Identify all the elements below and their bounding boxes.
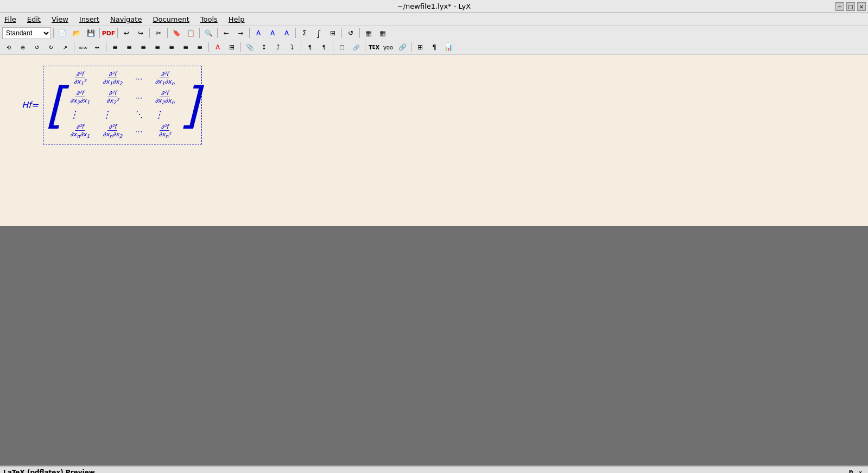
grid1-button[interactable]: ▦ (362, 27, 375, 39)
matrix-cell-r2c4: ∂²f ∂x2∂xn (154, 90, 175, 105)
paste-button[interactable]: 📋 (184, 27, 197, 39)
menu-tools[interactable]: Tools (198, 14, 220, 24)
label2-btn[interactable]: 🔗 (350, 41, 363, 53)
matrix-cell-r4c2: ∂²f ∂xn∂x2 (102, 123, 123, 139)
gray-section (0, 226, 868, 465)
main-area: Hf= [ ∂²f ∂x1² ∂²f ∂x1∂x2 (0, 55, 868, 465)
paragraph-style-select[interactable]: Standard (2, 27, 51, 39)
toolbar-row-2: ⟲ ⊕ ↺ ↻ ↗ ∞∞ ↔ ≡ ≡ ≡ ≡ ≡ ≡ ≡ A ⊞ 📎 ↕ ⤴ ⤵… (0, 40, 868, 54)
maximize-button[interactable]: □ (846, 2, 855, 11)
menu-edit[interactable]: Edit (25, 14, 43, 24)
tb2-2[interactable]: ⊕ (16, 41, 29, 53)
matrix-ddots-r3: ⋱ (134, 109, 143, 119)
yoo-btn[interactable]: γoo (382, 41, 395, 53)
menu-document[interactable]: Document (150, 14, 191, 24)
extra2-btn[interactable]: ¶ (428, 41, 441, 53)
matrix-vdots-r3c1: ⋮ (69, 109, 91, 120)
color2-btn[interactable]: ⊞ (225, 41, 238, 53)
minimize-button[interactable]: − (835, 2, 844, 11)
menu-file[interactable]: File (2, 14, 18, 24)
nav-back-button[interactable]: ← (220, 27, 233, 39)
note1-btn[interactable]: 📎 (243, 41, 256, 53)
matrix-vdots-r3c2: ⋮ (102, 109, 123, 120)
math-c-button[interactable]: A (280, 27, 293, 39)
ref2-btn[interactable]: ¶ (318, 41, 331, 53)
matrix-cdots-r4: ⋯ (134, 127, 143, 136)
tb2-4[interactable]: ↻ (45, 41, 58, 53)
align-tb1[interactable]: ≡ (165, 41, 178, 53)
matrix-cell-r2c1: ∂²f ∂x2∂x1 (69, 90, 91, 105)
menu-help[interactable]: Help (226, 14, 247, 24)
extra1-btn[interactable]: ⊞ (414, 41, 427, 53)
menu-navigate[interactable]: Navigate (108, 14, 144, 24)
math-equation: Hf= [ ∂²f ∂x1² ∂²f ∂x1∂x2 (22, 66, 846, 144)
new-file-button[interactable]: 📄 (56, 27, 69, 39)
matrix-cell-r4c1: ∂²f ∂xn∂x1 (69, 123, 91, 139)
matrix-cell-r1c1: ∂²f ∂x1² (69, 71, 91, 86)
redo-button[interactable]: ↪ (134, 27, 147, 39)
align-center-btn[interactable]: ≡ (123, 41, 136, 53)
align-left-btn[interactable]: ≡ (109, 41, 122, 53)
preview-title: LaTeX (pdflatex) Preview (3, 469, 95, 473)
titlebar: ~/newfile1.lyx* - LyX − □ × (0, 0, 868, 13)
tb2-5[interactable]: ↗ (59, 41, 72, 53)
matrix-cell-r4c4: ∂²f ∂xn² (154, 123, 175, 139)
note3-btn[interactable]: ⤴ (271, 41, 284, 53)
align-justify-btn[interactable]: ≡ (151, 41, 164, 53)
matrix-cdots-r2: ⋯ (134, 93, 143, 102)
matrix-cell-r2c2: ∂²f ∂x2² (102, 90, 123, 105)
color1-btn[interactable]: A (211, 41, 224, 53)
link-btn[interactable]: 🔗 (396, 41, 409, 53)
matrix-grid: ∂²f ∂x1² ∂²f ∂x1∂x2 ⋯ ∂²f ∂x1∂xn (65, 68, 180, 142)
math-b-button[interactable]: A (266, 27, 279, 39)
table-button[interactable]: ⊞ (326, 27, 339, 39)
nav-fwd-button[interactable]: → (234, 27, 247, 39)
math-content: Hf= [ ∂²f ∂x1² ∂²f ∂x1∂x2 (0, 55, 868, 155)
matrix-vdots-r3c4: ⋮ (154, 109, 175, 120)
pdf-button[interactable]: PDF (102, 27, 115, 39)
align-right-btn[interactable]: ≡ (137, 41, 150, 53)
document-view[interactable]: Hf= [ ∂²f ∂x1² ∂²f ∂x1∂x2 (0, 55, 868, 226)
undo-button[interactable]: ↩ (120, 27, 133, 39)
note2-btn[interactable]: ↕ (257, 41, 270, 53)
extra3-btn[interactable]: 📊 (442, 41, 455, 53)
close-button[interactable]: × (857, 2, 866, 11)
note4-btn[interactable]: ⤵ (286, 41, 299, 53)
cut-button[interactable]: ✂ (152, 27, 165, 39)
align-tb3[interactable]: ≡ (193, 41, 206, 53)
sum-button[interactable]: Σ (298, 27, 311, 39)
tb2-3[interactable]: ↺ (30, 41, 43, 53)
toolbar-area: Standard 📄 📂 💾 PDF ↩ ↪ ✂ 🔖 📋 🔍 ← → A A A… (0, 26, 868, 55)
menubar: File Edit View Insert Navigate Document … (0, 13, 868, 26)
tb2-7[interactable]: ↔ (91, 41, 104, 53)
tex-btn[interactable]: TEX (368, 41, 381, 53)
bookmark-button[interactable]: 🔖 (170, 27, 183, 39)
refresh-button[interactable]: ↺ (344, 27, 357, 39)
math-a-button[interactable]: A (252, 27, 265, 39)
integral-button[interactable]: ∫ (312, 27, 325, 39)
preview-header: LaTeX (pdflatex) Preview ⧉ ✕ (0, 466, 868, 473)
label1-btn[interactable]: ☐ (335, 41, 349, 53)
window-title: ~/newfile1.lyx* - LyX (397, 2, 471, 10)
hessian-label: Hf= (22, 100, 39, 110)
grid2-button[interactable]: ▦ (376, 27, 389, 39)
menu-insert[interactable]: Insert (77, 14, 102, 24)
tb2-1[interactable]: ⟲ (2, 41, 15, 53)
preview-detach-button[interactable]: ⧉ (846, 468, 855, 473)
tb2-6[interactable]: ∞∞ (77, 41, 90, 53)
toolbar-row-1: Standard 📄 📂 💾 PDF ↩ ↪ ✂ 🔖 📋 🔍 ← → A A A… (0, 26, 868, 40)
matrix-cell-r1c2: ∂²f ∂x1∂x2 (102, 71, 123, 86)
matrix-cdots-r1: ⋯ (134, 74, 143, 83)
matrix-cell-r1c4: ∂²f ∂x1∂xn (154, 71, 175, 86)
open-file-button[interactable]: 📂 (70, 27, 83, 39)
ref1-btn[interactable]: ¶ (303, 41, 316, 53)
save-file-button[interactable]: 💾 (84, 27, 97, 39)
preview-panel: LaTeX (pdflatex) Preview ⧉ ✕ % Preview s… (0, 465, 868, 473)
menu-view[interactable]: View (49, 14, 71, 24)
search-button[interactable]: 🔍 (202, 27, 215, 39)
preview-close-button[interactable]: ✕ (856, 468, 865, 473)
align-tb2[interactable]: ≡ (179, 41, 192, 53)
